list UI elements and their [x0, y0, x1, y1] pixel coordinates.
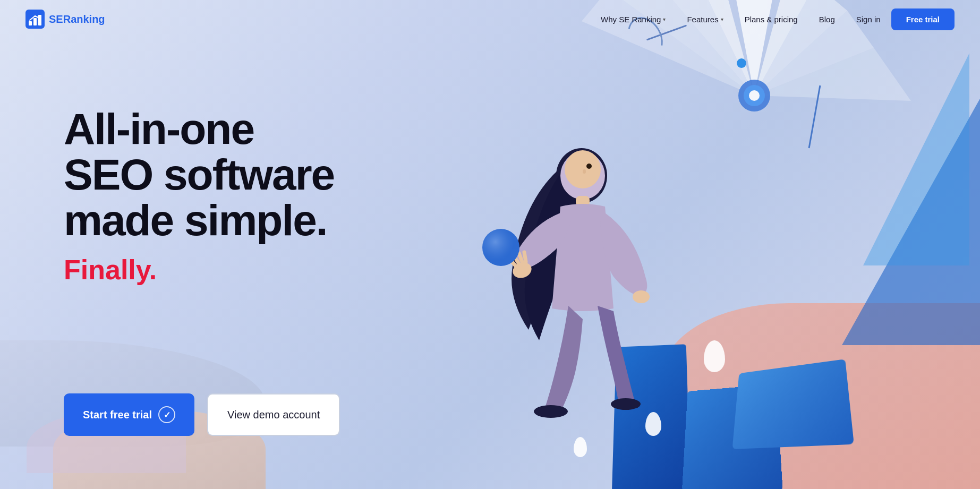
- svg-point-25: [565, 150, 601, 188]
- nav-links: Why SE Ranking ▾ Features ▾ Plans & pric…: [601, 15, 835, 24]
- svg-point-21: [482, 229, 519, 266]
- chevron-down-icon: ▾: [663, 16, 666, 22]
- logo[interactable]: SERanking: [25, 10, 105, 29]
- check-icon: ✓: [158, 406, 175, 423]
- chevron-down-icon: ▾: [721, 16, 723, 22]
- logo-se: SE: [49, 13, 63, 25]
- deco-circle: [737, 58, 746, 68]
- hero-section: SERanking Why SE Ranking ▾ Features ▾ Pl…: [0, 0, 980, 489]
- nav-plans-pricing[interactable]: Plans & pricing: [745, 15, 798, 24]
- view-demo-button[interactable]: View demo account: [207, 393, 340, 436]
- svg-point-26: [586, 164, 592, 169]
- svg-point-23: [534, 405, 568, 418]
- illustration-area: [396, 0, 980, 489]
- nav-why-se-ranking[interactable]: Why SE Ranking ▾: [601, 15, 666, 24]
- start-free-trial-button[interactable]: Start free trial ✓: [64, 393, 194, 436]
- hero-figure: [481, 128, 683, 457]
- svg-rect-29: [29, 21, 32, 25]
- navbar: SERanking Why SE Ranking ▾ Features ▾ Pl…: [0, 0, 980, 38]
- hero-finally: Finally.: [64, 254, 334, 286]
- svg-point-27: [583, 169, 586, 174]
- blue-step-wide: [732, 359, 854, 449]
- nav-actions: Sign in Free trial: [856, 8, 955, 30]
- hero-content: All-in-one SEO software made simple. Fin…: [64, 106, 334, 286]
- free-trial-nav-button[interactable]: Free trial: [891, 8, 955, 30]
- sign-in-button[interactable]: Sign in: [856, 15, 881, 24]
- svg-point-24: [611, 398, 641, 410]
- logo-icon: [25, 10, 45, 29]
- blue-triangle-small: [863, 53, 969, 265]
- svg-line-19: [524, 252, 526, 262]
- svg-point-11: [749, 90, 760, 101]
- hero-headline: All-in-one SEO software made simple.: [64, 106, 334, 243]
- svg-rect-30: [33, 18, 37, 25]
- nav-blog[interactable]: Blog: [819, 15, 835, 24]
- svg-point-22: [633, 290, 650, 303]
- svg-rect-31: [38, 15, 41, 25]
- logo-text: SERanking: [49, 13, 105, 25]
- nav-features[interactable]: Features ▾: [687, 15, 723, 24]
- hero-buttons: Start free trial ✓ View demo account: [64, 393, 340, 436]
